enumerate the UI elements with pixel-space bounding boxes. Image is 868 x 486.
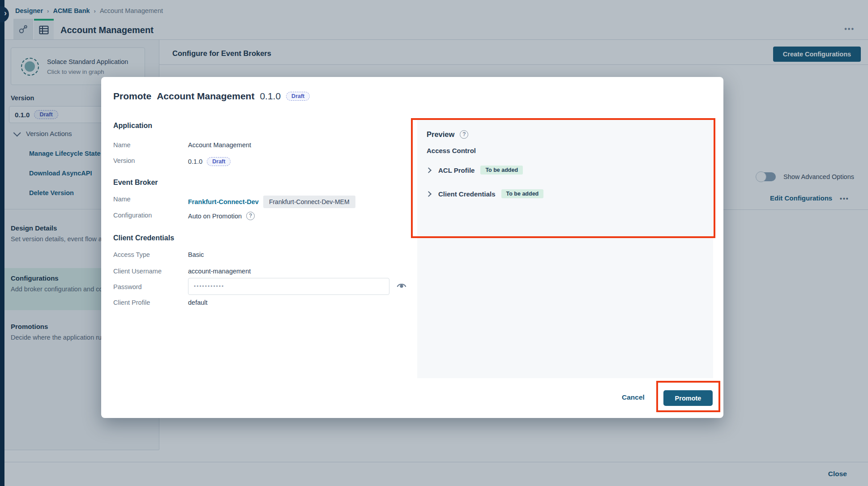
event-broker-section-heading: Event Broker <box>113 179 158 187</box>
broker-config-label: Configuration <box>113 212 152 219</box>
client-credentials-section-heading: Client Credentials <box>113 234 174 242</box>
broker-name-link[interactable]: Frankfurt-Connect-Dev <box>188 198 259 205</box>
to-be-added-badge: To be added <box>480 166 523 175</box>
preview-row-label: ACL Profile <box>438 166 475 174</box>
preview-row-client-credentials[interactable]: Client Credentials To be added <box>427 189 543 198</box>
chevron-right-icon <box>426 167 432 173</box>
access-control-subheading: Access Control <box>427 147 476 154</box>
preview-help-icon[interactable]: ? <box>460 130 468 139</box>
chevron-right-icon <box>426 191 432 197</box>
app-name-value: Account Management <box>188 141 251 149</box>
app-version-label: Version <box>113 157 135 164</box>
show-password-eye-icon[interactable] <box>397 282 406 289</box>
app-version-number: 0.1.0 <box>188 158 202 165</box>
modal-title: Promote Account Management 0.1.0 Draft <box>113 91 310 102</box>
modal-draft-badge: Draft <box>286 92 310 101</box>
client-profile-label: Client Profile <box>113 299 150 306</box>
promote-button[interactable]: Promote <box>663 390 713 406</box>
preview-panel: Preview ? Access Control ACL Profile To … <box>417 119 713 378</box>
password-field[interactable] <box>188 278 389 295</box>
broker-service-chip: Frankfurt-Connect-Dev-MEM <box>263 196 355 208</box>
access-type-label: Access Type <box>113 251 150 258</box>
cancel-button[interactable]: Cancel <box>622 393 645 401</box>
password-label: Password <box>113 283 142 290</box>
to-be-added-badge: To be added <box>501 189 544 198</box>
preview-row-label: Client Credentials <box>438 190 496 198</box>
client-username-label: Client Username <box>113 268 162 275</box>
promote-modal: Promote Account Management 0.1.0 Draft A… <box>101 77 723 418</box>
modal-title-action: Promote <box>113 91 151 102</box>
client-profile-value: default <box>188 299 208 306</box>
app-name-label: Name <box>113 141 131 149</box>
preview-heading: Preview <box>427 130 454 139</box>
broker-config-value: Auto on Promotion ? <box>188 212 255 220</box>
access-type-value: Basic <box>188 251 204 258</box>
app-version-value: 0.1.0 Draft <box>188 157 231 166</box>
app-window: › Designer › ACME Bank › Account Managem… <box>0 0 868 486</box>
broker-name-value: Frankfurt-Connect-Dev Frankfurt-Connect-… <box>188 196 355 208</box>
preview-heading-row: Preview ? <box>427 130 468 139</box>
help-icon[interactable]: ? <box>246 212 255 220</box>
broker-config-text: Auto on Promotion <box>188 213 242 220</box>
app-version-draft-badge: Draft <box>207 157 231 166</box>
modal-title-app-name: Account Management <box>157 91 254 102</box>
broker-name-label: Name <box>113 196 131 203</box>
modal-title-version: 0.1.0 <box>260 91 281 102</box>
client-username-value: account-management <box>188 268 251 275</box>
preview-row-acl-profile[interactable]: ACL Profile To be added <box>427 166 523 175</box>
application-section-heading: Application <box>113 122 152 130</box>
